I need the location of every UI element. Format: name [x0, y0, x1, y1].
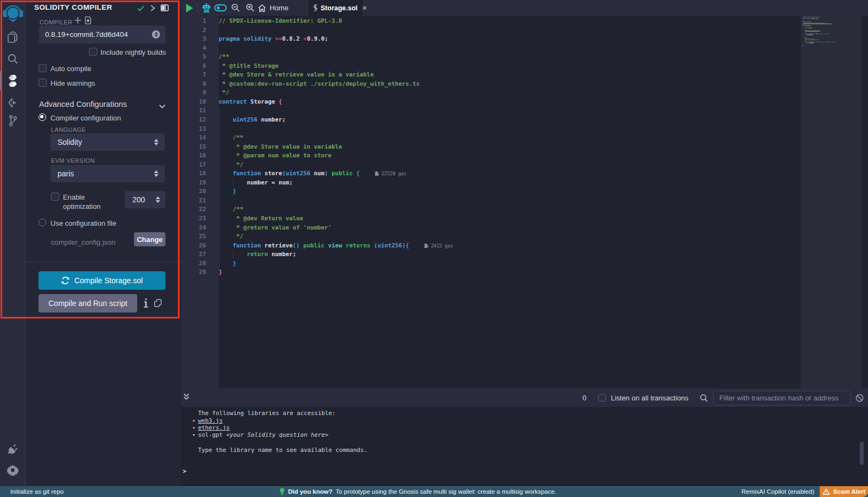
- include-nightly-checkbox[interactable]: [89, 48, 97, 56]
- listen-transactions-checkbox[interactable]: [598, 394, 606, 402]
- compile-success-check-icon: [137, 5, 144, 13]
- solidity-file-icon: [313, 4, 318, 11]
- pin-panel-icon[interactable]: [161, 4, 169, 13]
- terminal-header: 0 Listen on all transactions: [181, 388, 868, 407]
- file-explorer-icon[interactable]: [0, 31, 25, 43]
- transaction-filter-input[interactable]: [713, 391, 851, 405]
- optimization-runs-input[interactable]: 200: [125, 191, 165, 208]
- evm-version-select[interactable]: paris: [50, 165, 165, 182]
- auto-compile-checkbox[interactable]: [39, 64, 47, 72]
- git-init-status[interactable]: Initialize as git repo: [10, 486, 63, 497]
- tab-close-icon[interactable]: ✕: [362, 4, 367, 12]
- compiler-version-select[interactable]: 0.8.19+commit.7dd6d404: [39, 26, 165, 43]
- use-configuration-file-label: Use configuration file: [50, 219, 116, 227]
- code-line: 3pragma solidity >=0.8.2 <0.9.0;: [181, 35, 868, 44]
- editor-region: Home Storage.sol ✕ 1// SPDX-License-Iden…: [181, 0, 868, 388]
- enable-optimization-checkbox[interactable]: [51, 193, 59, 201]
- terminal-body[interactable]: > The following libraries are accessible…: [181, 407, 868, 486]
- compiler-version-value: 0.8.19+commit.7dd6d404: [45, 30, 128, 39]
- git-icon[interactable]: [0, 115, 25, 126]
- ai-robot-icon[interactable]: [202, 3, 210, 15]
- info-icon[interactable]: [144, 298, 148, 309]
- advanced-configurations-title[interactable]: Advanced Configurations: [39, 100, 127, 109]
- terminal-scrollbar[interactable]: [860, 442, 864, 465]
- terminal-prompt: >: [183, 468, 187, 475]
- code-line: 5/**: [181, 53, 868, 62]
- run-script-play-icon[interactable]: [186, 4, 193, 12]
- zoom-in-icon[interactable]: [246, 3, 254, 14]
- code-line: 2: [181, 26, 868, 35]
- code-line: 7 * @dev Store & retrieve value in a var…: [181, 71, 868, 80]
- code-line: 24 * @return value of 'number': [181, 224, 868, 233]
- code-line: 15 * @dev Store value in variable: [181, 143, 868, 152]
- code-line: 18 function store(uint256 num) public {2…: [181, 169, 868, 179]
- change-config-button[interactable]: Change: [134, 232, 165, 246]
- clear-console-icon[interactable]: [856, 394, 864, 402]
- code-lines: 1// SPDX-License-Identifier: GPL-3.023pr…: [181, 17, 868, 277]
- auto-compile-label: Auto compile: [50, 65, 91, 73]
- hide-warnings-checkbox[interactable]: [39, 79, 47, 87]
- compiler-section-label: COMPILER: [40, 19, 73, 26]
- zoom-out-icon[interactable]: [231, 3, 240, 14]
- code-line: 27 return number;: [181, 250, 868, 259]
- tab-home[interactable]: Home: [258, 0, 289, 16]
- solidity-compiler-icon[interactable]: [0, 75, 25, 87]
- code-line: 8 * @custom:dev-run-script ./scripts/dep…: [181, 80, 868, 89]
- lightbulb-icon: [279, 488, 285, 495]
- use-configuration-file-radio[interactable]: [39, 219, 46, 226]
- active-plugin-indicator: [0, 71, 2, 90]
- open-compiler-file-icon[interactable]: [84, 16, 92, 26]
- terminal-line: •sol-gpt <your Solidity question here>: [198, 431, 329, 438]
- copy-icon[interactable]: [154, 299, 162, 309]
- minimap-slider[interactable]: [801, 16, 861, 388]
- language-select[interactable]: Solidity: [50, 133, 165, 151]
- remix-logo-icon[interactable]: [0, 3, 25, 22]
- terminal-link[interactable]: ethers.js: [198, 424, 230, 431]
- code-line: 16 * @param num value to store: [181, 151, 868, 161]
- plugin-manager-icon[interactable]: [0, 443, 25, 455]
- terminal-line: •web3.js: [198, 417, 223, 424]
- scam-alert-label: Scam Alert: [833, 488, 866, 495]
- tip-title: Did you know?: [288, 488, 333, 495]
- toolbar-separator: [197, 2, 198, 14]
- code-line: 21: [181, 196, 868, 206]
- terminal-line: The following libraries are accessible:: [198, 410, 336, 417]
- terminal-line: Type the library name to see available c…: [198, 447, 367, 454]
- code-line: 13: [181, 125, 868, 134]
- search-icon[interactable]: [0, 53, 25, 65]
- tab-storage-sol[interactable]: Storage.sol ✕: [309, 0, 362, 16]
- code-area[interactable]: 1// SPDX-License-Identifier: GPL-3.023pr…: [181, 16, 868, 388]
- copilot-toggle-icon[interactable]: [214, 4, 227, 14]
- warning-triangle-icon: [822, 488, 830, 495]
- copilot-status[interactable]: RemixAI Copilot (enabled): [742, 488, 814, 495]
- code-line: 19 number = num;: [181, 179, 868, 188]
- language-select-arrows-icon: [154, 139, 158, 145]
- compile-and-run-button[interactable]: Compile and Run script: [39, 294, 137, 313]
- compiler-configuration-radio[interactable]: [39, 113, 46, 121]
- remix-ide-window: SOLIDITY COMPILER COMPILER 0.8.19+commit…: [0, 0, 868, 497]
- code-line: 22 /**: [181, 205, 868, 214]
- listen-transactions-label: Listen on all transactions: [611, 394, 688, 402]
- collapse-terminal-icon[interactable]: [183, 393, 190, 403]
- settings-gear-icon[interactable]: [0, 464, 25, 476]
- compiler-configuration-label: Compiler configuration: [50, 114, 121, 122]
- terminal-link[interactable]: web3.js: [198, 417, 223, 424]
- terminal-line: •ethers.js: [198, 424, 230, 431]
- config-file-name[interactable]: compiler_config.json: [51, 238, 116, 246]
- code-line: 9 */: [181, 88, 868, 98]
- terminal-region: 0 Listen on all transactions > The follo…: [181, 388, 868, 486]
- deploy-run-icon[interactable]: [0, 98, 25, 108]
- add-custom-compiler-icon[interactable]: [74, 17, 81, 26]
- evm-select-arrows-icon: [154, 170, 158, 177]
- panel-chevron-right-icon[interactable]: [150, 5, 155, 13]
- compile-button[interactable]: Compile Storage.sol: [39, 271, 165, 290]
- scam-alert-button[interactable]: Scam Alert: [820, 486, 868, 497]
- advanced-chevron-down-icon[interactable]: [159, 102, 165, 110]
- panel-separator: [26, 262, 181, 262]
- language-value: Solidity: [58, 138, 82, 146]
- editor-toolbar: Home Storage.sol ✕: [181, 0, 868, 16]
- language-label: LANGUAGE: [51, 126, 86, 133]
- activity-bar: [0, 0, 25, 486]
- home-icon: [258, 4, 266, 12]
- terminal-search-icon[interactable]: [700, 394, 708, 402]
